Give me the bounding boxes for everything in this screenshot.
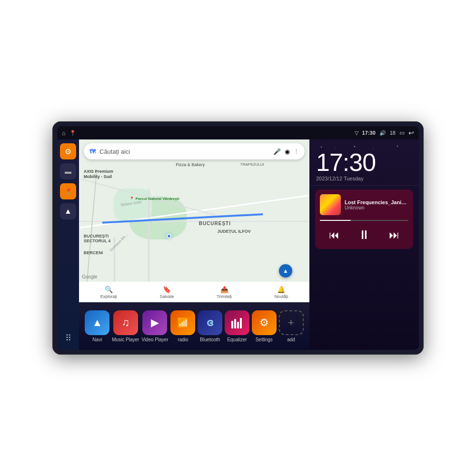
grid-button[interactable]: ⠿ — [60, 330, 76, 346]
map-nav-news[interactable]: 🔔 Noutăți — [275, 286, 288, 299]
device: ⌂ 📍 ▽ 17:30 🔊 18 ▭ ↩ ⚙ ▬ — [52, 121, 424, 355]
map-nav-explore[interactable]: 🔍 Explorați — [100, 286, 117, 299]
send-label: Trimiteți — [217, 294, 232, 299]
app-dock: ▲ Navi ♫ Music Player ▶ — [79, 302, 309, 350]
add-label: add — [287, 337, 295, 342]
map-icon: 📍 — [64, 188, 72, 195]
music-symbol: ♫ — [122, 317, 130, 329]
main-content: ⚙ ▬ 📍 ▲ ⠿ — [57, 139, 419, 350]
home-icon[interactable]: ⌂ — [62, 129, 66, 137]
app-settings[interactable]: ⚙ Settings — [252, 310, 277, 342]
radio-symbol: 📶 — [177, 317, 189, 328]
music-artist: Unknown — [345, 205, 408, 210]
clock-status: 17:30 — [362, 130, 376, 136]
gear-icon: ⚙ — [65, 147, 71, 156]
equalizer-label: Equalizer — [227, 337, 247, 342]
sidebar: ⚙ ▬ 📍 ▲ ⠿ — [57, 139, 79, 350]
next-button[interactable]: ⏭ — [387, 227, 401, 243]
google-watermark: Google — [82, 274, 97, 279]
album-art-image — [320, 194, 341, 215]
mic-icon[interactable]: 🎤 — [273, 148, 281, 155]
video-label: Video Player — [141, 337, 169, 342]
add-symbol: + — [288, 317, 294, 329]
sidebar-item-navigate[interactable]: ▲ — [60, 203, 76, 219]
map-area[interactable]: AXIS PremiumMobility - Sud Pizza & Baker… — [79, 139, 309, 302]
equalizer-symbol — [230, 317, 244, 328]
app-add[interactable]: + add — [279, 310, 304, 342]
map-label-bucuresti: BUCUREȘTI — [199, 221, 231, 226]
map-label-trap: TRAPEZULUI — [240, 162, 264, 167]
sidebar-item-maps[interactable]: 📍 — [60, 183, 76, 199]
settings-label: Settings — [256, 337, 273, 342]
video-symbol: ▶ — [151, 317, 159, 329]
screen: ⌂ 📍 ▽ 17:30 🔊 18 ▭ ↩ ⚙ ▬ — [57, 126, 419, 350]
sidebar-item-settings[interactable]: ⚙ — [60, 143, 76, 159]
map-search-bar[interactable]: 🗺 Căutați aici 🎤 ◉ ⋮ — [84, 143, 305, 159]
right-panel: 17:30 2023/12/12 Tuesday Lost Freque — [309, 139, 419, 350]
star-4 — [373, 149, 374, 149]
news-label: Noutăți — [275, 294, 288, 299]
music-text: Lost Frequencies_Janie... Unknown — [345, 199, 408, 210]
music-section: Lost Frequencies_Janie... Unknown ⏮ ⏸ ⏭ — [309, 186, 419, 350]
settings-icon-img: ⚙ — [252, 310, 277, 335]
star-1 — [321, 147, 322, 148]
battery-icon: ▭ — [399, 129, 405, 136]
navi-icon: ▲ — [85, 310, 109, 335]
music-icon: ♫ — [113, 310, 138, 335]
center-area: AXIS PremiumMobility - Sud Pizza & Baker… — [79, 139, 309, 350]
radio-icon-img: 📶 — [170, 310, 195, 335]
app-navi[interactable]: ▲ Navi — [85, 310, 109, 342]
music-card: Lost Frequencies_Janie... Unknown ⏮ ⏸ ⏭ — [315, 189, 413, 249]
svg-rect-3 — [240, 318, 242, 328]
music-progress-fill — [320, 220, 351, 221]
pause-button[interactable]: ⏸ — [356, 226, 372, 244]
map-label-ilfov: JUDEȚUL ILFOV — [217, 229, 250, 234]
music-progress-bar[interactable] — [320, 220, 408, 221]
clock-section: 17:30 2023/12/12 Tuesday — [309, 139, 419, 186]
layers-icon[interactable]: ◉ — [285, 148, 290, 155]
prev-button[interactable]: ⏮ — [327, 227, 341, 243]
road-v1 — [148, 188, 149, 286]
music-label: Music Player — [112, 337, 139, 342]
status-bar: ⌂ 📍 ▽ 17:30 🔊 18 ▭ ↩ — [57, 126, 419, 139]
video-icon: ▶ — [142, 310, 167, 335]
stars-decoration — [316, 145, 412, 150]
sidebar-item-files[interactable]: ▬ — [60, 163, 76, 179]
navi-label: Navi — [92, 337, 102, 342]
map-label-pizza: Pizza & Bakery — [176, 162, 205, 167]
app-bluetooth[interactable]: ɞ Bluetooth — [198, 310, 222, 342]
wifi-icon: ▽ — [355, 130, 358, 136]
grid-icon: ⠿ — [65, 333, 71, 343]
app-video[interactable]: ▶ Video Player — [141, 310, 169, 342]
app-music[interactable]: ♫ Music Player — [112, 310, 139, 342]
svg-rect-1 — [234, 319, 236, 328]
music-info: Lost Frequencies_Janie... Unknown — [320, 194, 408, 215]
map-container: AXIS PremiumMobility - Sud Pizza & Baker… — [79, 139, 309, 302]
app-radio[interactable]: 📶 radio — [170, 310, 195, 342]
map-label-berceni: BERCENI — [84, 250, 103, 255]
explore-label: Explorați — [100, 294, 117, 299]
back-icon[interactable]: ↩ — [408, 129, 414, 137]
saved-label: Salvate — [160, 294, 174, 299]
map-pin-icon[interactable]: 📍 — [69, 130, 76, 136]
music-title: Lost Frequencies_Janie... — [345, 199, 408, 205]
clock-date: 2023/12/12 Tuesday — [316, 176, 412, 181]
overflow-icon[interactable]: ⋮ — [294, 149, 299, 155]
svg-rect-2 — [237, 322, 239, 328]
folder-icon: ▬ — [65, 168, 71, 175]
send-icon: 📤 — [220, 286, 228, 293]
star-2 — [335, 148, 336, 149]
explore-icon: 🔍 — [105, 286, 113, 293]
map-nav-saved[interactable]: 🔖 Salvate — [160, 286, 174, 299]
svg-rect-0 — [231, 321, 233, 328]
search-text: Căutați aici — [99, 148, 269, 155]
app-equalizer[interactable]: Equalizer — [225, 310, 249, 342]
arrow-icon: ▲ — [64, 207, 72, 216]
album-art — [320, 194, 341, 215]
navigation-btn[interactable]: ▲ — [279, 264, 292, 278]
star-3 — [354, 146, 355, 147]
map-bottom-nav: 🔍 Explorați 🔖 Salvate 📤 Trimiteți — [79, 281, 309, 302]
map-nav-send[interactable]: 📤 Trimiteți — [217, 286, 232, 299]
add-icon-img: + — [279, 310, 304, 335]
battery-level: 18 — [390, 130, 396, 136]
